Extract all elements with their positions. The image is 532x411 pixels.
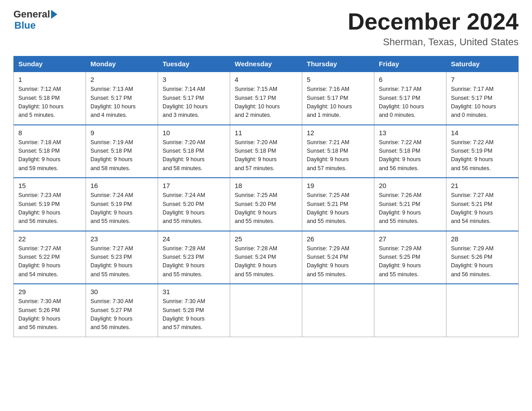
day-number: 10 [163, 129, 225, 137]
day-number: 19 [307, 182, 369, 189]
day-info: Sunrise: 7:27 AM Sunset: 5:22 PM Dayligh… [18, 244, 81, 279]
calendar-cell: 6Sunrise: 7:17 AM Sunset: 5:17 PM Daylig… [374, 72, 446, 125]
day-info: Sunrise: 7:18 AM Sunset: 5:18 PM Dayligh… [18, 138, 81, 173]
day-info: Sunrise: 7:27 AM Sunset: 5:23 PM Dayligh… [90, 244, 153, 279]
day-info: Sunrise: 7:22 AM Sunset: 5:18 PM Dayligh… [379, 138, 442, 173]
calendar-cell [302, 284, 374, 337]
day-info: Sunrise: 7:29 AM Sunset: 5:25 PM Dayligh… [379, 244, 442, 279]
calendar-week-row: 1Sunrise: 7:12 AM Sunset: 5:18 PM Daylig… [14, 72, 519, 125]
day-number: 13 [379, 129, 442, 137]
calendar-cell: 4Sunrise: 7:15 AM Sunset: 5:17 PM Daylig… [230, 72, 302, 125]
location-title: Sherman, Texas, United States [348, 36, 519, 48]
calendar-cell [230, 284, 302, 337]
day-number: 8 [18, 129, 81, 137]
day-number: 6 [379, 76, 442, 83]
day-number: 25 [235, 235, 297, 243]
day-info: Sunrise: 7:24 AM Sunset: 5:19 PM Dayligh… [90, 191, 153, 226]
day-number: 1 [18, 76, 81, 83]
day-info: Sunrise: 7:28 AM Sunset: 5:23 PM Dayligh… [163, 244, 225, 279]
calendar-cell: 8Sunrise: 7:18 AM Sunset: 5:18 PM Daylig… [14, 125, 86, 178]
calendar-cell: 13Sunrise: 7:22 AM Sunset: 5:18 PM Dayli… [374, 125, 446, 178]
day-number: 7 [451, 76, 514, 83]
calendar-cell: 18Sunrise: 7:25 AM Sunset: 5:20 PM Dayli… [230, 178, 302, 231]
calendar-cell: 22Sunrise: 7:27 AM Sunset: 5:22 PM Dayli… [14, 231, 86, 284]
calendar-cell: 28Sunrise: 7:29 AM Sunset: 5:26 PM Dayli… [446, 231, 519, 284]
day-info: Sunrise: 7:19 AM Sunset: 5:18 PM Dayligh… [90, 138, 153, 173]
calendar-week-row: 22Sunrise: 7:27 AM Sunset: 5:22 PM Dayli… [14, 231, 519, 284]
calendar-cell [446, 284, 519, 337]
day-info: Sunrise: 7:15 AM Sunset: 5:17 PM Dayligh… [235, 85, 297, 120]
weekday-header-sunday: Sunday [14, 56, 86, 72]
calendar-cell: 21Sunrise: 7:27 AM Sunset: 5:21 PM Dayli… [446, 178, 519, 231]
day-number: 30 [90, 288, 153, 295]
day-info: Sunrise: 7:22 AM Sunset: 5:19 PM Dayligh… [451, 138, 514, 173]
calendar-cell: 10Sunrise: 7:20 AM Sunset: 5:18 PM Dayli… [158, 125, 230, 178]
day-info: Sunrise: 7:24 AM Sunset: 5:20 PM Dayligh… [163, 191, 225, 226]
day-number: 17 [163, 182, 225, 189]
day-number: 3 [163, 76, 225, 83]
day-number: 23 [90, 235, 153, 243]
day-number: 4 [235, 76, 297, 83]
title-block: December 2024 Sherman, Texas, United Sta… [348, 9, 519, 48]
calendar-cell: 31Sunrise: 7:30 AM Sunset: 5:28 PM Dayli… [158, 284, 230, 337]
calendar-week-row: 8Sunrise: 7:18 AM Sunset: 5:18 PM Daylig… [14, 125, 519, 178]
day-info: Sunrise: 7:20 AM Sunset: 5:18 PM Dayligh… [235, 138, 297, 173]
calendar-cell: 17Sunrise: 7:24 AM Sunset: 5:20 PM Dayli… [158, 178, 230, 231]
day-number: 11 [235, 129, 297, 137]
day-info: Sunrise: 7:29 AM Sunset: 5:24 PM Dayligh… [307, 244, 369, 279]
weekday-header-friday: Friday [374, 56, 446, 72]
calendar-cell: 11Sunrise: 7:20 AM Sunset: 5:18 PM Dayli… [230, 125, 302, 178]
calendar-cell: 20Sunrise: 7:26 AM Sunset: 5:21 PM Dayli… [374, 178, 446, 231]
day-info: Sunrise: 7:28 AM Sunset: 5:24 PM Dayligh… [235, 244, 297, 279]
day-number: 14 [451, 129, 514, 137]
calendar-cell: 15Sunrise: 7:23 AM Sunset: 5:19 PM Dayli… [14, 178, 86, 231]
day-info: Sunrise: 7:13 AM Sunset: 5:17 PM Dayligh… [90, 85, 153, 120]
day-number: 22 [18, 235, 81, 243]
calendar-cell: 3Sunrise: 7:14 AM Sunset: 5:17 PM Daylig… [158, 72, 230, 125]
calendar-cell: 25Sunrise: 7:28 AM Sunset: 5:24 PM Dayli… [230, 231, 302, 284]
day-number: 21 [451, 182, 514, 189]
calendar-cell: 1Sunrise: 7:12 AM Sunset: 5:18 PM Daylig… [14, 72, 86, 125]
day-info: Sunrise: 7:14 AM Sunset: 5:17 PM Dayligh… [163, 85, 225, 120]
day-number: 27 [379, 235, 442, 243]
day-info: Sunrise: 7:21 AM Sunset: 5:18 PM Dayligh… [307, 138, 369, 173]
day-info: Sunrise: 7:17 AM Sunset: 5:17 PM Dayligh… [379, 85, 442, 120]
calendar-week-row: 29Sunrise: 7:30 AM Sunset: 5:26 PM Dayli… [14, 284, 519, 337]
calendar-cell: 29Sunrise: 7:30 AM Sunset: 5:26 PM Dayli… [14, 284, 86, 337]
weekday-header-wednesday: Wednesday [230, 56, 302, 72]
day-number: 5 [307, 76, 369, 83]
calendar-cell: 12Sunrise: 7:21 AM Sunset: 5:18 PM Dayli… [302, 125, 374, 178]
day-info: Sunrise: 7:25 AM Sunset: 5:20 PM Dayligh… [235, 191, 297, 226]
calendar-cell [374, 284, 446, 337]
day-number: 29 [18, 288, 81, 295]
day-number: 12 [307, 129, 369, 137]
weekday-header-saturday: Saturday [446, 56, 519, 72]
calendar-cell: 26Sunrise: 7:29 AM Sunset: 5:24 PM Dayli… [302, 231, 374, 284]
logo-blue: Blue [14, 20, 36, 31]
day-number: 28 [451, 235, 514, 243]
day-info: Sunrise: 7:25 AM Sunset: 5:21 PM Dayligh… [307, 191, 369, 226]
day-number: 15 [18, 182, 81, 189]
day-info: Sunrise: 7:30 AM Sunset: 5:27 PM Dayligh… [90, 297, 153, 332]
weekday-header-tuesday: Tuesday [158, 56, 230, 72]
day-info: Sunrise: 7:29 AM Sunset: 5:26 PM Dayligh… [451, 244, 514, 279]
page-header: General Blue December 2024 Sherman, Texa… [13, 9, 519, 48]
day-info: Sunrise: 7:23 AM Sunset: 5:19 PM Dayligh… [18, 191, 81, 226]
day-number: 31 [163, 288, 225, 295]
day-number: 16 [90, 182, 153, 189]
calendar-cell: 24Sunrise: 7:28 AM Sunset: 5:23 PM Dayli… [158, 231, 230, 284]
calendar-cell: 5Sunrise: 7:16 AM Sunset: 5:17 PM Daylig… [302, 72, 374, 125]
calendar-cell: 23Sunrise: 7:27 AM Sunset: 5:23 PM Dayli… [86, 231, 158, 284]
day-number: 2 [90, 76, 153, 83]
day-number: 20 [379, 182, 442, 189]
day-info: Sunrise: 7:17 AM Sunset: 5:17 PM Dayligh… [451, 85, 514, 120]
weekday-header-row: SundayMondayTuesdayWednesdayThursdayFrid… [14, 56, 519, 72]
day-info: Sunrise: 7:30 AM Sunset: 5:26 PM Dayligh… [18, 297, 81, 332]
calendar-week-row: 15Sunrise: 7:23 AM Sunset: 5:19 PM Dayli… [14, 178, 519, 231]
calendar-cell: 9Sunrise: 7:19 AM Sunset: 5:18 PM Daylig… [86, 125, 158, 178]
weekday-header-thursday: Thursday [302, 56, 374, 72]
day-number: 9 [90, 129, 153, 137]
calendar-cell: 7Sunrise: 7:17 AM Sunset: 5:17 PM Daylig… [446, 72, 519, 125]
logo-arrow-icon [51, 10, 57, 19]
day-number: 24 [163, 235, 225, 243]
